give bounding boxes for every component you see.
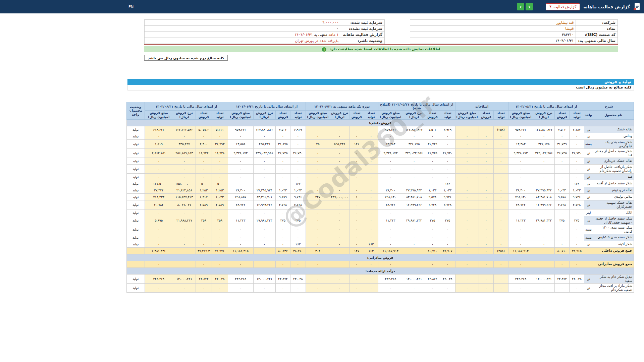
value-cell: ۱۲۷,۸۸۰,۸۳۲ — [533, 126, 555, 133]
value-cell: ۱۶۳ — [364, 241, 378, 247]
value-cell: ۵,۰۵۷.۳ — [196, 126, 212, 133]
value-cell: ۲۴,۰۳۸ — [570, 274, 584, 283]
top-navigation-bar: گزارش فعالیت ماهانه گزارش فعالیت ▼ › ‹ E… — [0, 0, 644, 13]
value-cell: (۲۵۸) — [493, 126, 508, 133]
value-cell: ۰ — [145, 225, 173, 234]
value-cell: ۰ — [330, 148, 349, 158]
product-status-cell: تولید — [126, 200, 145, 209]
value-cell: ۱۳,۰۰۰,۲۴۱ — [403, 274, 425, 283]
value-cell: ۲۴,۰۳۸ — [440, 274, 455, 283]
value-cell: ۰ — [493, 209, 508, 216]
production-sales-table: شرحاز ابتدای سال مالی تا تاریخ ۱۴۰۴/۰۵/۳… — [126, 102, 634, 293]
value-cell: ۰ — [533, 173, 555, 180]
value-cell: ۰ — [455, 148, 479, 158]
product-status-cell: تولید — [126, 283, 145, 292]
value-cell: ۰ — [455, 209, 479, 216]
value-cell: ۰ — [479, 133, 493, 139]
value-cell — [330, 247, 349, 254]
value-cell: ۰ — [349, 148, 364, 158]
value-cell: ۰ — [440, 241, 455, 247]
unit-cell: بسته — [584, 225, 593, 234]
value-cell: ۰ — [330, 274, 349, 283]
value-cell: ۰ — [493, 274, 508, 283]
product-status-cell: تولید — [126, 133, 145, 139]
value-cell: ۰ — [306, 209, 330, 216]
value-cell: ۰ — [493, 216, 508, 225]
value-cell: ۰ — [349, 164, 364, 173]
symbol-label: نماد: — [576, 26, 618, 32]
value-cell: ۹,۵۷۸ — [555, 193, 570, 200]
value-cell: ۰ — [306, 148, 330, 158]
value-cell: ۰ — [455, 139, 479, 148]
value-cell: ۱۱,۱۸۷,۹۱۳ — [378, 247, 403, 254]
value-cell: ۲۲۷,۰۰۰,۰۰۰ — [330, 193, 349, 200]
value-cell: ۴۸,۷۲۲ — [378, 200, 403, 209]
value-cell: ۲۶,۷۳۰ — [570, 148, 584, 158]
chevron-left-icon: ‹ — [520, 3, 522, 10]
column-header: تعدادفروش — [196, 111, 212, 120]
value-cell: ۴,۴۰۰ — [196, 139, 212, 148]
value-cell: ۰ — [378, 261, 403, 267]
value-cell: ۷۱,۹۷۶ — [212, 247, 228, 254]
value-cell: ۰ — [212, 261, 228, 267]
product-status-cell: تولید — [126, 139, 145, 148]
value-cell: ۱۳,۰۰۰,۲۴۱ — [533, 274, 555, 283]
value-cell: ۷,۵۰۲ — [275, 126, 290, 133]
value-cell: ۰ — [275, 225, 290, 234]
value-cell: ۹۵۹,۳۶۲ — [378, 126, 403, 133]
value-cell: ۰ — [570, 283, 584, 292]
report-type-dropdown[interactable]: گزارش فعالیت ▼ — [546, 3, 580, 10]
value-cell: ۰ — [508, 158, 533, 164]
value-cell: ۰ — [364, 261, 378, 267]
value-cell — [533, 247, 555, 254]
value-cell: ۱,۲۵۳ — [196, 187, 212, 193]
value-cell: ۰ — [349, 209, 364, 216]
value-cell: ۲۴,۸۷۴ — [275, 274, 290, 283]
value-cell: ۱۱,۲۴۳ — [508, 216, 533, 225]
product-name-cell: شکر آفینه — [593, 241, 634, 247]
production-sales-section-header: تولید و فروش — [127, 79, 634, 85]
company-name-link[interactable]: قند نیشابور — [556, 20, 574, 25]
value-cell: ۷,۵۰۲ — [555, 126, 570, 133]
value-cell: ۰ — [212, 133, 228, 139]
value-cell: ۳,۷۴۸ — [275, 200, 290, 209]
value-cell: ۰ — [493, 200, 508, 209]
value-cell: ۱۲,۹۹۹,۴۶۶ — [253, 200, 275, 209]
table-row: تبدیل شکر خام به شکر سفیدتن۲۴,۰۳۸۲۴,۸۷۴۱… — [126, 274, 634, 283]
value-cell: ۰ — [555, 180, 570, 187]
value-cell: ۳۲۳,۳۶۸ — [378, 274, 403, 283]
value-cell: ۲۷,۳۹۵,۹۳۴ — [403, 187, 425, 193]
value-cell: ۲۷,۳۹۵,۹۳۴ — [253, 187, 275, 193]
value-cell: ۰ — [306, 180, 330, 187]
prev-report-button[interactable]: ‹ — [517, 3, 524, 10]
value-cell: ۲۹,۹۸۱,۳۳۳ — [533, 216, 555, 225]
value-cell: ۲۸,۳۰۰ — [228, 187, 253, 193]
value-cell: ۰ — [555, 209, 570, 216]
language-toggle[interactable]: EN — [128, 5, 133, 9]
next-report-button[interactable]: › — [526, 3, 533, 10]
value-cell: ۱۶۶ — [570, 180, 584, 187]
column-header: مبلغ فروش(میلیون ریال) — [145, 111, 173, 120]
value-cell: ۰ — [508, 133, 533, 139]
value-cell: ۰ — [306, 241, 330, 247]
value-cell: ۰ — [493, 133, 508, 139]
value-cell: ۲۶,۷۲۵ — [425, 148, 440, 158]
value-cell: ۰ — [440, 225, 455, 234]
value-cell: ۰ — [403, 180, 425, 187]
value-cell: ۰ — [425, 234, 440, 241]
symbol-link[interactable]: قنیشا — [565, 26, 574, 31]
status-column-header: وضعیتمحصول-واحد — [126, 102, 145, 120]
column-header: تعدادتولید — [570, 111, 584, 120]
value-cell: ۰ — [493, 261, 508, 267]
value-cell: ۰ — [253, 173, 275, 180]
report-period-value: ۱ ماهه منتهی به ۱۴۰۴/۰۶/۳۱ — [145, 32, 341, 38]
value-cell: ۰ — [479, 158, 493, 164]
value-cell: ۰ — [349, 133, 364, 139]
value-cell: ۱۲,۹۹۹,۴۶۶ — [403, 200, 425, 209]
column-header: تعدادفروش — [425, 111, 440, 120]
value-cell: ۰ — [364, 283, 378, 292]
value-cell: ۵۰۰ — [196, 180, 212, 187]
product-status-cell: تولید — [126, 126, 145, 133]
value-cell: ۴۸,۷۰۷ — [440, 247, 455, 254]
value-cell: ۰ — [196, 225, 212, 234]
